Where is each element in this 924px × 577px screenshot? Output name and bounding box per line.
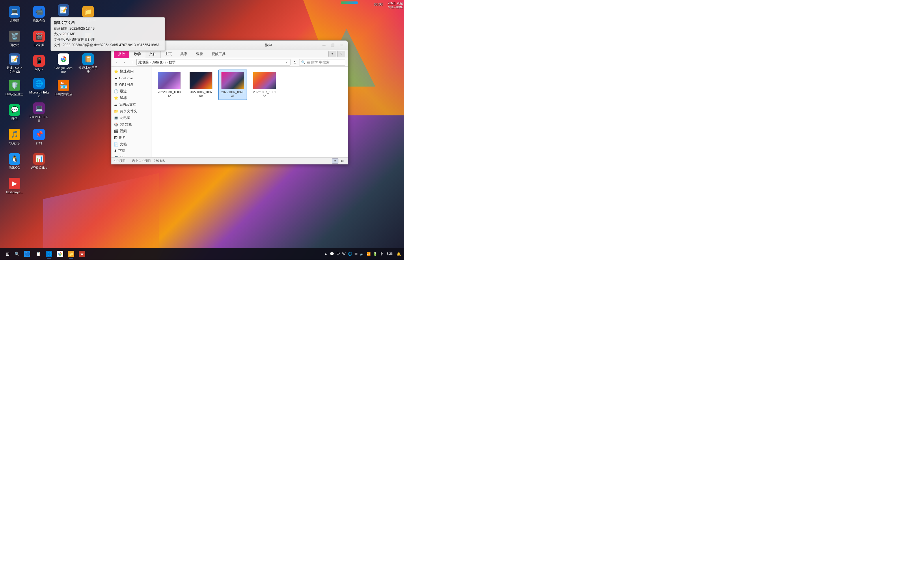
up-button[interactable]: ↑ [129,59,135,66]
file-item-1[interactable]: 20220930_100312 [155,69,184,100]
360-icon: 🛡️ [9,80,20,91]
forward-button[interactable]: › [121,59,128,66]
close-button[interactable]: ✕ [337,42,345,48]
ev-label: EV录屏 [34,43,44,47]
search-placeholder: 在 数学 中搜索 [307,60,330,65]
desktop-icon-360store[interactable]: 🏪 360软件商店 [52,76,75,100]
tray-icon-msg[interactable]: ✉ [354,251,358,256]
dingding-label: 钉钉 [36,141,42,145]
tray-icon-sound[interactable]: 🔈 [359,251,365,256]
file-thumb-4 [253,72,276,89]
search-box[interactable]: 🔍 在 数学 中搜索 [299,59,345,66]
tray-icon-network[interactable]: 📶 [366,251,372,256]
sidebar-item-this-pc[interactable]: 💻 此电脑 [111,114,152,121]
file-name-1: 20220930_100312 [157,90,181,98]
sidebar-item-onedrive[interactable]: ☁ OneDrive [111,75,152,81]
tab-share[interactable]: 共享 [176,50,192,58]
sidebar-item-my-cloud[interactable]: ☁ 我的云文档 [111,101,152,108]
taskbar-task-view[interactable]: 📋 [33,249,43,259]
start-button[interactable]: ⊞ [2,249,13,259]
desktop-icon-ev[interactable]: 🎬 EV录屏 [27,27,50,50]
maximize-button[interactable]: ⬜ [329,42,337,48]
search-icon: 🔍 [301,60,305,64]
shared-folder-label: 共享文件夹 [120,109,137,113]
desktop-icon-wechat[interactable]: 💬 微信 [3,101,26,124]
pictures-label: 图片 [119,135,126,140]
taskbar-search-button[interactable]: 🔍 [13,250,21,258]
clock-time: 8:26 [387,251,393,256]
desktop-icon-docx2[interactable]: 📝 新建 DOCX 文档 (2) [3,52,26,75]
file-tooltip: 新建文字文档 创建日期: 2022/9/25 13:49 大小: 20.0 MB… [50,17,165,51]
sidebar-item-pictures[interactable]: 🖼 图片 [111,134,152,141]
desktop-icon-empty1 [76,76,100,100]
notification-button[interactable]: 🔔 [396,251,402,257]
desktop-icon-qqmusic[interactable]: 🎵 QQ音乐 [3,126,26,148]
sidebar-item-shared-folder[interactable]: 📁 共享文件夹 [111,108,152,114]
sidebar-item-quick-access[interactable]: ⭐ 快速访问 [111,68,152,75]
sidebar-item-3d[interactable]: 🎲 3D 对象 [111,121,152,128]
file-item-3[interactable]: 20221007_082031 [218,69,247,100]
tab-video[interactable]: 视频工具 [207,50,230,58]
tab-view[interactable]: 查看 [192,50,207,58]
tray-icon-360[interactable]: 🛡 [336,251,341,256]
desktop-icon-visual[interactable]: 💻 Visual C++ 6.0 [27,101,50,124]
taskbar-explorer-icon: 📁 [68,251,74,257]
tray-icon-wechat[interactable]: 💬 [329,251,334,256]
sidebar-item-documents[interactable]: 📄 文档 [111,141,152,148]
ribbon-chevron[interactable]: ▾ [328,51,336,57]
file-name-2: 20221006_100709 [189,90,213,98]
tray-icon-wps[interactable]: W [342,251,346,256]
ribbon-help[interactable]: ? [337,51,345,57]
taskbar-edge[interactable]: 🌐 [44,249,54,259]
sidebar-item-music[interactable]: 🎵 音乐 [111,154,152,157]
system-tray: ▲ 💬 🛡 W 🌐 ✉ 🔈 📶 🔋 中 8:26 🔔 [323,251,402,257]
recent-label: 最近 [120,89,127,93]
taskbar-cortana[interactable]: 🔵 [22,249,32,259]
desktop-icon-tencent[interactable]: 📹 腾讯会议 [27,3,50,26]
tooltip-type: 文件类: WPS图文世界处理 [54,37,162,42]
taskbar-chrome[interactable] [55,249,65,259]
starred-label: 星标 [120,96,127,100]
sidebar-item-video[interactable]: 🎬 视频 [111,128,152,134]
sidebar-item-recent[interactable]: 🕐 最近 [111,88,152,95]
view-btn-grid[interactable]: ⊞ [339,158,345,164]
desktop-icon-empty2 [52,101,75,124]
desktop-icon-flash[interactable]: ▶ flashplaye... [3,174,26,198]
desktop-icon-recycle[interactable]: 🗑️ 回收站 [3,27,26,50]
file-item-2[interactable]: 20221006_100709 [187,69,215,100]
starred-icon: ⭐ [114,96,118,100]
file-item-4[interactable]: 20221007_100133 [250,69,279,100]
address-path[interactable]: 此电脑 › Data (D:) › 数学 ▾ [136,59,291,66]
desktop-icon-wps[interactable]: 📊 WPS Office [27,150,50,173]
back-button[interactable]: ‹ [114,59,120,66]
miui-icon: 📱 [33,55,45,67]
desktop-icon-tqq[interactable]: 🐧 腾讯QQ [3,150,26,173]
taskbar-wps[interactable]: W [77,249,87,259]
tray-icon-net[interactable]: 🌐 [347,251,353,256]
clock[interactable]: 8:26 [386,251,394,256]
desktop-icon-chrome[interactable]: Google Chrome [52,52,75,75]
minimize-button[interactable]: — [320,42,328,48]
refresh-button[interactable]: ↻ [292,59,298,66]
desktop-icon-notebook[interactable]: 📔 笔记本使用手册 [76,52,100,75]
tab-play[interactable]: 播放 [114,50,129,58]
flash-icon: ▶ [9,178,20,189]
taskbar-file-explorer[interactable]: 📁 [66,249,76,259]
tray-input-method[interactable]: 中 [379,251,384,257]
desktop-icon-ci[interactable]: 💻 此电脑 [3,3,26,26]
desktop-icon-empty7 [76,150,100,173]
tencent-label: 腾讯会议 [32,19,45,23]
sidebar-item-downloads[interactable]: ⬇ 下载 [111,148,152,154]
sidebar-item-starred[interactable]: ⭐ 星标 [111,95,152,101]
view-btn-list[interactable]: ≡ [332,158,338,164]
tab-home[interactable]: 主页 [160,50,176,58]
corner-indicator [341,2,358,4]
sidebar-item-wps-disk[interactable]: 🖥 WPS网盘 [111,81,152,88]
desktop-icon-dingding[interactable]: 📌 钉钉 [27,126,50,148]
tray-show-hidden[interactable]: ▲ [323,251,328,256]
desktop-icon-miui[interactable]: 📱 MIUI+ [27,52,50,75]
desktop-icon-360[interactable]: 🛡️ 360安全卫士 [3,76,26,100]
tab-file[interactable]: 文件 [145,50,160,58]
desktop-icon-edge[interactable]: 🌐 Microsoft Edge [27,76,50,100]
tray-icon-battery[interactable]: 🔋 [373,251,378,256]
